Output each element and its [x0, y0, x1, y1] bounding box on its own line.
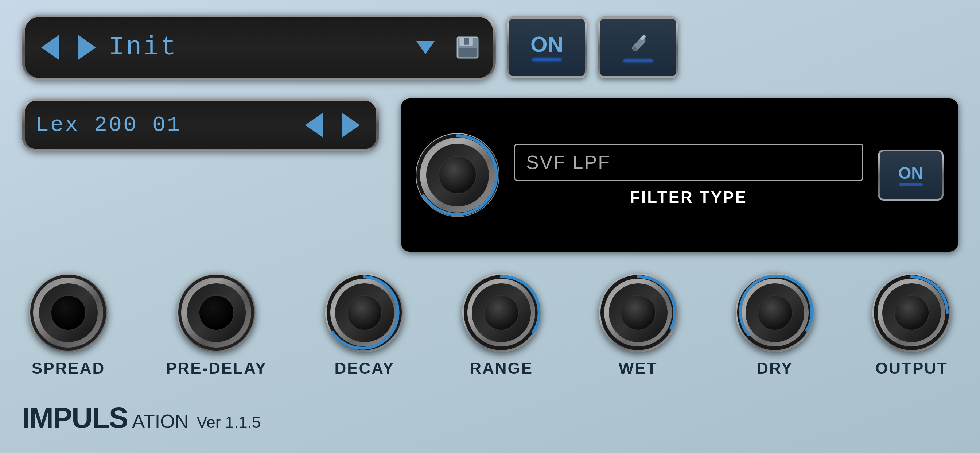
output-knob-container: OUTPUT [872, 274, 951, 378]
svg-point-10 [466, 277, 537, 348]
wet-knob-container: WET [599, 274, 678, 378]
output-label: OUTPUT [875, 359, 948, 378]
wet-label: WET [619, 359, 658, 378]
wrench-icon [626, 33, 650, 57]
output-knob-arc [872, 274, 951, 352]
output-knob[interactable] [872, 274, 951, 352]
pre-delay-knob-arc [177, 274, 256, 352]
pre-delay-label: PRE-DELAY [166, 359, 267, 378]
on-button[interactable]: ON [507, 16, 587, 78]
svg-point-8 [180, 276, 253, 349]
preset-bar: Init [22, 14, 496, 80]
pre-delay-knob-container: PRE-DELAY [166, 274, 267, 378]
ir-bar: Lex 200 01 [22, 99, 379, 152]
dry-knob[interactable] [736, 274, 814, 352]
decay-knob-arc [325, 274, 404, 352]
filter-on-button[interactable]: ON [878, 150, 943, 201]
dry-knob-container: DRY [736, 274, 814, 378]
filter-type-box: SVF LPF [514, 144, 863, 181]
spread-knob-container: SPREAD [29, 274, 108, 378]
filter-on-indicator [899, 183, 923, 186]
range-knob[interactable] [462, 274, 541, 352]
brand-ation: ATION [132, 410, 188, 432]
filter-type-text: SVF LPF [526, 152, 611, 173]
filter-knob-container [415, 133, 500, 217]
ir-next-arrow-icon [342, 112, 360, 138]
wet-knob-arc [599, 274, 678, 352]
svg-point-4 [633, 47, 636, 51]
range-label: RANGE [469, 359, 533, 378]
preset-prev-button[interactable] [36, 33, 65, 62]
knobs-row: SPREAD PRE-DELAY [22, 274, 958, 378]
preset-next-button[interactable] [72, 33, 101, 62]
ir-name: Lex 200 01 [36, 113, 293, 137]
filter-type-label: FILTER TYPE [630, 188, 748, 206]
preset-save-button[interactable] [453, 33, 482, 62]
filter-knob[interactable] [415, 133, 500, 217]
svg-rect-2 [464, 38, 469, 45]
brand: IMPULSATION Ver 1.1.5 [22, 401, 261, 435]
second-row: Lex 200 01 [22, 99, 958, 252]
plugin-container: Init ON [0, 0, 980, 453]
wet-knob[interactable] [599, 274, 678, 352]
ir-prev-button[interactable] [300, 110, 329, 140]
brand-version: Ver 1.1.5 [197, 413, 261, 431]
wrench-button[interactable] [598, 16, 678, 78]
dry-label: DRY [757, 359, 793, 378]
decay-knob-container: DECAY [325, 274, 404, 378]
dry-knob-arc [736, 274, 814, 352]
preset-dropdown-button[interactable] [416, 41, 434, 54]
filter-panel: SVF LPF FILTER TYPE ON [401, 99, 958, 252]
brand-impuls: IMPULS [22, 401, 127, 435]
next-arrow-icon [78, 35, 96, 60]
preset-name: Init [109, 32, 409, 62]
ir-prev-arrow-icon [305, 112, 323, 138]
filter-knob-arc [415, 133, 500, 217]
filter-type-display: SVF LPF FILTER TYPE [514, 144, 863, 206]
on-indicator [532, 58, 562, 61]
svg-point-7 [32, 276, 105, 349]
wrench-indicator [624, 59, 652, 62]
svg-rect-3 [458, 48, 476, 56]
decay-knob[interactable] [325, 274, 404, 352]
spread-label: SPREAD [32, 359, 105, 378]
floppy-icon [456, 36, 479, 59]
spread-knob-arc [29, 274, 108, 352]
pre-delay-knob[interactable] [177, 274, 256, 352]
filter-on-label: ON [898, 164, 923, 181]
ir-next-button[interactable] [336, 110, 365, 140]
range-knob-container: RANGE [462, 274, 541, 378]
decay-label: DECAY [334, 359, 395, 378]
prev-arrow-icon [41, 35, 59, 60]
top-row: Init ON [22, 14, 958, 80]
range-knob-arc [462, 274, 541, 352]
spread-knob[interactable] [29, 274, 108, 352]
on-button-label: ON [530, 33, 563, 56]
